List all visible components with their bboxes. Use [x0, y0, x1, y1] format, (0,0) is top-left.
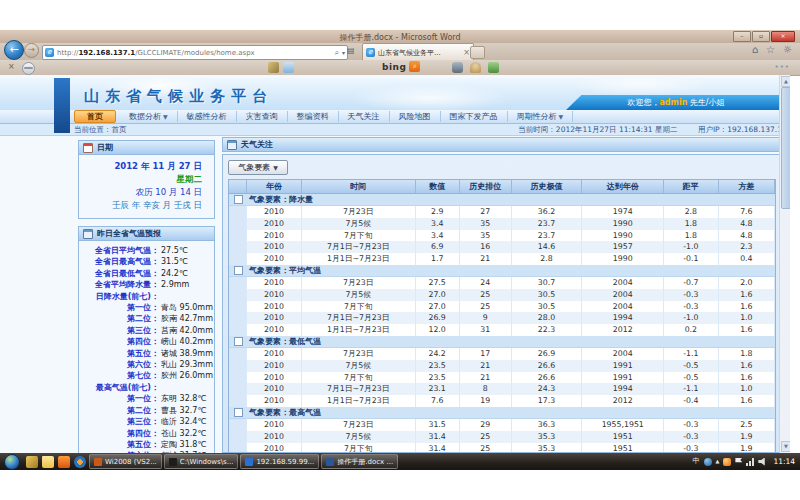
- more-options-icon[interactable]: •••: [775, 63, 790, 71]
- tray-alert-icon[interactable]: [723, 458, 731, 466]
- table-row[interactable]: 20107月1日~7月23日26.9928.01994-1.01.0: [229, 312, 775, 324]
- table-row[interactable]: 20107月下旬27.02530.52004-0.31.6: [229, 301, 775, 313]
- table-row[interactable]: 20107月23日2.92736.219742.87.6: [229, 206, 775, 218]
- menu-item-5[interactable]: 整编资料: [288, 111, 339, 122]
- table-row[interactable]: 20107月1日~7月23日23.1824.31994-1.11.0: [229, 383, 775, 395]
- expand-checkbox-icon[interactable]: [234, 266, 243, 275]
- menu-item-9[interactable]: 周期性分析 ▼: [508, 111, 574, 122]
- explorer-icon[interactable]: [42, 456, 54, 468]
- table-row[interactable]: 20107月5候3.43523.719901.84.8: [229, 218, 775, 230]
- taskbar-button-4[interactable]: 操作手册.docx ...: [321, 454, 398, 469]
- action-center-icon[interactable]: [735, 458, 742, 466]
- table-row[interactable]: 20101月1日~7月23日12.03122.320120.21.6: [229, 324, 775, 336]
- menu-item-7[interactable]: 风险地图: [390, 111, 441, 122]
- coins-icon[interactable]: [268, 62, 279, 73]
- scroll-up-icon[interactable]: ▲: [781, 76, 790, 87]
- table-row[interactable]: 20107月下旬23.52126.61991-0.51.6: [229, 372, 775, 384]
- tray-app-icon[interactable]: [704, 458, 712, 466]
- brand-strip: [54, 78, 70, 133]
- summary-label: 第二位：: [79, 405, 159, 416]
- menu-item-3[interactable]: 敏感性分析: [178, 111, 237, 122]
- start-button[interactable]: [4, 454, 20, 470]
- group-label: 气象要素：最高气温: [249, 407, 321, 418]
- menu-item-6[interactable]: 天气关注: [339, 111, 390, 122]
- column-header-4[interactable]: 历史排位: [460, 180, 512, 193]
- favorites-icon[interactable]: ☆: [766, 44, 775, 55]
- table-row[interactable]: 20107月下旬31.42535.31951-0.31.9: [229, 443, 775, 453]
- table-row[interactable]: 20107月23日24.21726.92004-1.11.8: [229, 348, 775, 360]
- column-header-6[interactable]: 达到年份: [582, 180, 664, 193]
- table-row[interactable]: 20107月下旬3.43523.719901.84.8: [229, 230, 775, 242]
- menu-item-1[interactable]: 首页: [74, 110, 116, 123]
- minimize-button[interactable]: –: [733, 31, 751, 42]
- pinned-app-icon[interactable]: [26, 456, 38, 468]
- scroll-down-icon[interactable]: ▼: [781, 441, 790, 452]
- mail-icon[interactable]: [283, 62, 294, 73]
- bing-search-bar[interactable]: bing ⌕: [382, 61, 420, 72]
- camera-icon[interactable]: [452, 62, 463, 73]
- network-icon[interactable]: [746, 458, 754, 466]
- forward-button[interactable]: →: [24, 43, 39, 58]
- close-toolbar-icon[interactable]: ×: [8, 62, 15, 71]
- bing-search-icon[interactable]: ⌕: [409, 61, 420, 72]
- menu-item-2[interactable]: 数据分析 ▼: [120, 111, 178, 122]
- person-icon[interactable]: [470, 62, 481, 73]
- column-header-1[interactable]: 年份: [247, 180, 302, 193]
- taskbar-clock[interactable]: 11:14: [773, 457, 795, 466]
- cell: 2.0: [719, 277, 775, 289]
- table-row[interactable]: 20101月1日~7月23日1.7212.81990-0.10.4: [229, 253, 775, 265]
- element-selector-button[interactable]: 气象要素▼: [228, 160, 288, 175]
- table-row[interactable]: 20107月23日31.52936.31955,1951-0.32.5: [229, 419, 775, 431]
- taskbar-button-2[interactable]: C:\Windows\s...: [164, 454, 239, 469]
- expand-checkbox-icon[interactable]: [234, 408, 243, 417]
- dropdown-icon[interactable]: ▾: [342, 49, 345, 56]
- pinned-app2-icon[interactable]: [58, 456, 70, 468]
- browser-tab[interactable]: e 山东省气候业务平... ×: [362, 43, 474, 61]
- search-icon[interactable]: ⌕: [335, 48, 339, 58]
- table-row[interactable]: 20107月5候23.52126.61991-0.51.6: [229, 360, 775, 372]
- new-tab-button[interactable]: [470, 46, 485, 59]
- column-header-2[interactable]: 时间: [302, 180, 416, 193]
- compatibility-view-icon[interactable]: ▤: [347, 46, 355, 55]
- media-player-icon[interactable]: [74, 456, 86, 468]
- menu-item-4[interactable]: 灾害查询: [237, 111, 288, 122]
- expand-checkbox-icon[interactable]: [234, 337, 243, 346]
- taskbar-button-3[interactable]: 192.168.59.99...: [240, 454, 319, 469]
- table-row[interactable]: 20107月5候31.42535.31951-0.31.9: [229, 431, 775, 443]
- expand-checkbox-icon[interactable]: [234, 195, 243, 204]
- cell: 2010: [247, 431, 302, 443]
- group-row[interactable]: 气象要素：最高气温: [229, 407, 775, 419]
- toolbar-logo-icon[interactable]: [22, 62, 35, 75]
- volume-icon[interactable]: [758, 458, 766, 466]
- group-row[interactable]: 气象要素：平均气温: [229, 265, 775, 277]
- home-icon[interactable]: ⌂: [752, 44, 758, 55]
- back-button[interactable]: ←: [4, 40, 24, 60]
- people-group-icon[interactable]: [488, 62, 499, 73]
- show-hidden-icons[interactable]: ▲: [716, 453, 720, 470]
- maximize-button[interactable]: ▫: [752, 31, 770, 42]
- taskbar-button-1[interactable]: Wi2008 (VS2...: [89, 454, 162, 469]
- chevron-down-icon: ▼: [273, 164, 278, 171]
- cell: 7月5候: [302, 360, 416, 372]
- table-row[interactable]: 20101月1日~7月23日7.61917.32012-0.41.6: [229, 395, 775, 407]
- column-header-8[interactable]: 方差: [719, 180, 775, 193]
- address-bar[interactable]: e http://192.168.137.1/GLCCLIMATE/module…: [42, 45, 348, 60]
- page-scrollbar[interactable]: ▲ ▼: [779, 75, 790, 453]
- cell: 7月23日: [302, 206, 416, 218]
- column-header-3[interactable]: 数值: [416, 180, 460, 193]
- tools-icon[interactable]: ☼: [783, 44, 792, 55]
- cell: -0.1: [664, 253, 719, 265]
- tab-close-icon[interactable]: ×: [463, 48, 470, 57]
- close-button[interactable]: ×: [771, 31, 795, 42]
- cell: 2004: [582, 289, 664, 301]
- menu-item-8[interactable]: 国家下发产品: [441, 111, 508, 122]
- column-header-5[interactable]: 历史极值: [512, 180, 583, 193]
- ime-indicator[interactable]: 中: [693, 453, 700, 470]
- table-row[interactable]: 20107月1日~7月23日6.91614.61957-1.02.3: [229, 241, 775, 253]
- table-row[interactable]: 20107月23日27.52430.72004-0.72.0: [229, 277, 775, 289]
- column-header-7[interactable]: 距平: [664, 180, 719, 193]
- group-row[interactable]: 气象要素：最低气温: [229, 336, 775, 348]
- scrollbar-thumb[interactable]: [781, 87, 790, 209]
- group-row[interactable]: 气象要素：降水量: [229, 194, 775, 206]
- table-row[interactable]: 20107月5候27.02530.52004-0.31.6: [229, 289, 775, 301]
